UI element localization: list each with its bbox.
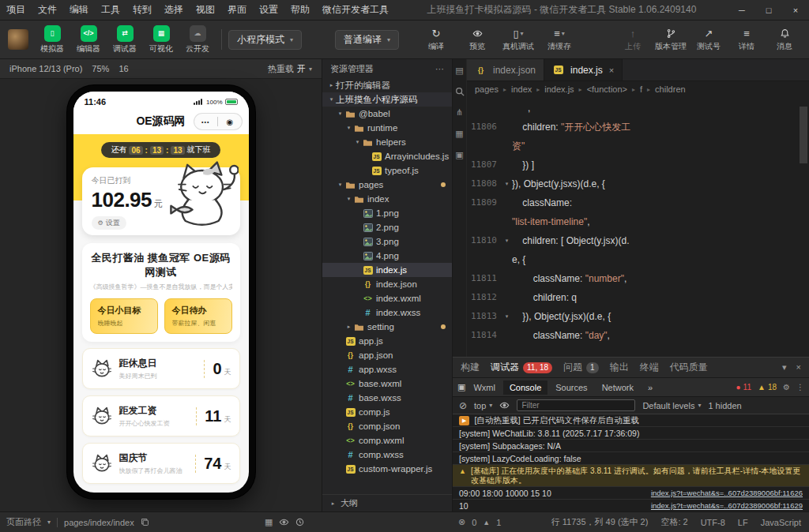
menu-item[interactable]: 设置 (253, 0, 284, 20)
toolbar-模拟器-button[interactable]: ▯模拟器 (35, 25, 70, 54)
tree-folder[interactable]: ▾pages (322, 178, 452, 192)
toolbar-消息-button[interactable]: 消息 (768, 27, 801, 52)
tree-folder[interactable]: ▸打开的编辑器 (322, 78, 452, 92)
tree-file[interactable]: <>comp.wxml (322, 433, 452, 448)
toolbar-云开发-button[interactable]: ☁云开发 (180, 25, 215, 54)
statusbar-item[interactable]: JavaScript (761, 518, 801, 527)
tree-folder[interactable]: ▾上班摸鱼小程序源码 (322, 92, 452, 107)
code-line[interactable]: 资" (467, 137, 809, 155)
user-avatar[interactable] (8, 29, 28, 50)
tree-folder[interactable]: ▸setting (322, 320, 452, 334)
breadcrumb-item[interactable]: f (640, 84, 642, 94)
toolbar-版本管理-button[interactable]: 版本管理 (654, 27, 687, 52)
tree-file[interactable]: #index.wxss (322, 305, 452, 320)
code-line[interactable]: 11806 children: "开开心心快发工 (467, 118, 809, 137)
page-path-label[interactable]: 页面路径 (6, 516, 41, 528)
fold-icon[interactable]: ▾ (502, 174, 512, 193)
goal-card[interactable]: 今日待办带薪拉屎、闲逛 (164, 298, 232, 334)
tree-file[interactable]: JStypeof.js (322, 163, 452, 178)
copy-icon[interactable] (141, 518, 149, 526)
toolbar-上传-button[interactable]: ↑上传 (616, 27, 649, 52)
close-icon[interactable]: × (782, 0, 809, 20)
code-editor[interactable]: ,11806 children: "开开心心快发工资"11807 }) ]118… (467, 97, 809, 357)
statusbar-item[interactable]: LF (738, 518, 748, 527)
devtools-tab-Network[interactable]: Network (596, 380, 640, 395)
breadcrumb-item[interactable]: children (655, 84, 686, 94)
toolbar-真机调试-button[interactable]: ▯▾真机调试 (502, 27, 535, 52)
tree-file[interactable]: JSindex.js (322, 263, 452, 277)
code-line[interactable]: 11814 className: "day", (467, 326, 809, 345)
code-line[interactable]: 11807 }) ] (467, 155, 809, 174)
close-icon[interactable]: × (796, 362, 801, 373)
statusbar-item[interactable]: 空格: 2 (660, 516, 687, 528)
code-line[interactable]: "list-item-timeline", (467, 212, 809, 231)
tree-file[interactable]: {}comp.json (322, 419, 452, 433)
tree-file[interactable]: JSapp.js (322, 334, 452, 348)
mode-select[interactable]: 小程序模式 ▾ (228, 30, 302, 50)
toolbar-预览-button[interactable]: 预览 (461, 27, 494, 52)
countdown-item[interactable]: 距发工资开开心心快发工资11天 (82, 395, 240, 436)
code-line[interactable]: 11810▾ children: [ Object(y.jsx)(d. (467, 231, 809, 250)
editor-tab[interactable]: JSindex.js× (544, 59, 623, 81)
console-message[interactable]: [system] WeChatLib: 3.8.11 (2025.7.17 17… (453, 427, 809, 440)
devtools-tab-Console[interactable]: Console (503, 380, 547, 395)
fold-icon[interactable]: ▾ (502, 231, 512, 250)
more-tabs-icon[interactable]: » (642, 380, 659, 395)
clear-console-icon[interactable]: ⊘ (459, 400, 467, 411)
statusbar-item[interactable]: UTF-8 (701, 518, 725, 527)
goal-card[interactable]: 今日小目标晚睡晚起 (90, 298, 158, 334)
countdown-item[interactable]: 距休息日美好周末已到0天 (82, 348, 240, 389)
panel-tab-调试器[interactable]: 调试器11, 18 (491, 361, 552, 374)
capsule-home-icon[interactable]: ◉ (218, 118, 242, 126)
log-levels-select[interactable]: Default levels ▾ (642, 401, 701, 410)
countdown-item[interactable]: 国庆节快放假了再打会儿酱油74天 (82, 443, 240, 484)
live-expression-icon[interactable] (499, 400, 510, 410)
tree-folder[interactable]: ▾index (322, 192, 452, 206)
panel-tab-问题[interactable]: 问题1 (563, 361, 599, 374)
fold-icon[interactable]: ▾ (502, 307, 512, 326)
tree-file[interactable]: #app.wxss (322, 362, 452, 377)
tree-file[interactable]: {}app.json (322, 348, 452, 362)
editor-tab[interactable]: {}index.json (467, 59, 544, 81)
toolbar-编译-button[interactable]: ↻编译 (420, 27, 453, 52)
zoom-select[interactable]: 75% (92, 64, 109, 73)
more-actions-icon[interactable]: ⋯ (435, 64, 444, 74)
menu-item[interactable]: 工具 (95, 0, 126, 20)
code-line[interactable]: 11813▾ }), Object(y.jsx)(d.e, { (467, 307, 809, 326)
tree-file[interactable]: JScomp.js (322, 405, 452, 419)
toolbar-清缓存-button[interactable]: ≡▾清缓存 (543, 27, 576, 52)
devtools-tab-Sources[interactable]: Sources (549, 380, 593, 395)
tree-folder[interactable]: ▾@babel (322, 107, 452, 121)
breadcrumb-item[interactable]: index.js (544, 84, 574, 94)
settings-button[interactable]: ⚙ 设置 (92, 216, 126, 230)
tree-file[interactable]: JScustom-wrapper.js (322, 462, 452, 476)
panel-tab-输出[interactable]: 输出 (610, 361, 629, 374)
console-source-link[interactable]: index.js?t=wechat&s=..607d2389006bf:1162… (642, 501, 803, 510)
code-line[interactable]: 11812 children: q (467, 288, 809, 307)
menu-item[interactable]: 编辑 (63, 0, 95, 20)
statusbar-item[interactable]: 行 11735，列 49 (选中 2) (551, 516, 649, 528)
code-line[interactable]: 11808▾}), Object(y.jsxs)(d.e, { (467, 174, 809, 193)
network-select[interactable]: 16 (119, 64, 128, 73)
page-path-value[interactable]: pages/index/index (64, 518, 134, 527)
close-icon[interactable]: × (609, 66, 614, 75)
menu-item[interactable]: 微信开发者工具 (316, 0, 395, 20)
tree-file[interactable]: #base.wxss (322, 391, 452, 405)
kebab-icon[interactable]: ⋮ (796, 383, 804, 392)
outline-section[interactable]: ▸ 大纲 (322, 494, 452, 511)
panel-tab-终端[interactable]: 终端 (640, 361, 659, 374)
breadcrumb-item[interactable]: index (511, 84, 532, 94)
tree-file[interactable]: <>base.wxml (322, 377, 452, 391)
grid-icon[interactable]: ▦ (265, 517, 273, 527)
toolbar-调试器-button[interactable]: ⇄调试器 (107, 25, 142, 54)
menu-dots-icon[interactable]: ••• (194, 119, 218, 125)
tree-file[interactable]: 4.png (322, 249, 452, 263)
menu-item[interactable]: 帮助 (284, 0, 316, 20)
hot-reload-toggle[interactable]: 热重载 开 ▾ (268, 63, 312, 75)
console-message[interactable]: ▶[自动热重载] 已开启代码文件保存后自动重载 (453, 414, 809, 427)
console-message[interactable]: [system] LazyCodeLoading: false (453, 452, 809, 465)
breadcrumb-item[interactable]: pages (475, 84, 499, 94)
code-line[interactable]: 11811 className: "number", (467, 269, 809, 288)
toolbar-详情-button[interactable]: ≡详情 (730, 27, 763, 52)
gear-icon[interactable]: ⚙ (783, 383, 790, 392)
